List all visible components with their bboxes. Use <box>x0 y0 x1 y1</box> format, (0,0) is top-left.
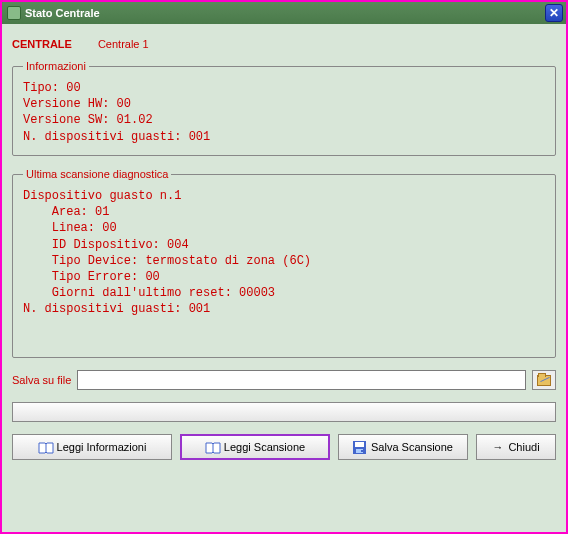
leggi-informazioni-button[interactable]: Leggi Informazioni <box>12 434 172 460</box>
progress-bar <box>12 402 556 422</box>
browse-button[interactable] <box>532 370 556 390</box>
scan-legend: Ultima scansione diagnostica <box>23 168 171 180</box>
scan-body: Dispositivo guasto n.1 Area: 01 Linea: 0… <box>23 188 545 318</box>
close-icon[interactable]: ✕ <box>545 4 563 22</box>
scan-line: Area: 01 <box>23 205 109 219</box>
info-line: Tipo: 00 <box>23 81 81 95</box>
button-label: Leggi Informazioni <box>57 441 147 453</box>
save-label: Salva su file <box>12 374 71 386</box>
scan-line: Tipo Device: termostato di zona (6C) <box>23 254 311 268</box>
scan-line: Tipo Errore: 00 <box>23 270 160 284</box>
file-path-input[interactable] <box>77 370 526 390</box>
salva-scansione-button[interactable]: Salva Scansione <box>338 434 468 460</box>
scan-fieldset: Ultima scansione diagnostica Dispositivo… <box>12 168 556 358</box>
centrale-label: CENTRALE <box>12 38 72 50</box>
scan-line: Dispositivo guasto n.1 <box>23 189 181 203</box>
leggi-scansione-button[interactable]: Leggi Scansione <box>180 434 330 460</box>
info-line: N. dispositivi guasti: 001 <box>23 130 210 144</box>
info-body: Tipo: 00 Versione HW: 00 Versione SW: 01… <box>23 80 545 145</box>
info-fieldset: Informazioni Tipo: 00 Versione HW: 00 Ve… <box>12 60 556 156</box>
scan-line: Giorni dall'ultimo reset: 00003 <box>23 286 275 300</box>
svg-rect-3 <box>355 442 364 447</box>
floppy-disk-icon <box>353 441 366 454</box>
book-icon <box>205 442 219 453</box>
chiudi-button[interactable]: → Chiudi <box>476 434 556 460</box>
folder-open-icon <box>537 375 551 386</box>
button-label: Salva Scansione <box>371 441 453 453</box>
button-label: Chiudi <box>508 441 539 453</box>
titlebar: Stato Centrale ✕ <box>2 2 566 24</box>
arrow-right-icon: → <box>492 441 503 453</box>
window-title: Stato Centrale <box>25 7 100 19</box>
svg-rect-5 <box>361 450 363 452</box>
centrale-name: Centrale 1 <box>98 38 149 50</box>
info-line: Versione HW: 00 <box>23 97 131 111</box>
save-row: Salva su file <box>12 370 556 390</box>
button-label: Leggi Scansione <box>224 441 305 453</box>
scan-line: ID Dispositivo: 004 <box>23 238 189 252</box>
app-icon <box>7 6 21 20</box>
window: Stato Centrale ✕ CENTRALE Centrale 1 Inf… <box>0 0 568 534</box>
info-legend: Informazioni <box>23 60 89 72</box>
button-row: Leggi Informazioni Leggi Scansione Salva… <box>12 434 556 460</box>
info-line: Versione SW: 01.02 <box>23 113 153 127</box>
scan-line: Linea: 00 <box>23 221 117 235</box>
scan-line: N. dispositivi guasti: 001 <box>23 302 210 316</box>
book-icon <box>38 442 52 453</box>
